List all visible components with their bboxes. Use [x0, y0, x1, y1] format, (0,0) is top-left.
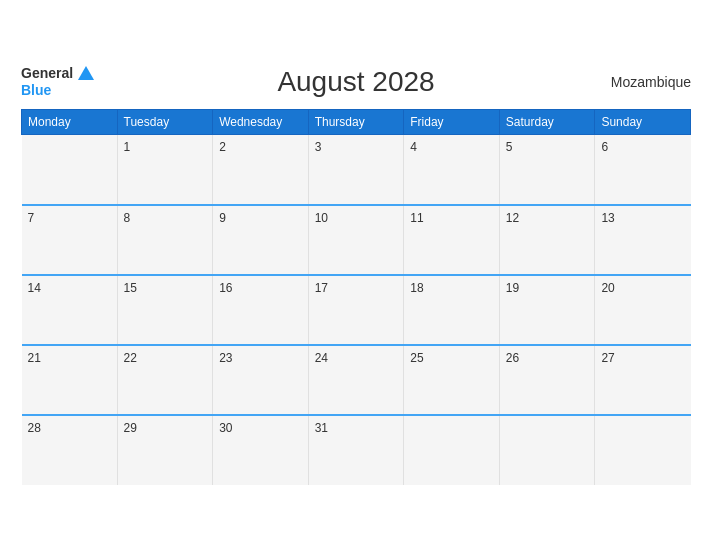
- calendar-cell: [22, 135, 118, 205]
- calendar-cell: 31: [308, 415, 404, 485]
- calendar-cell: 25: [404, 345, 500, 415]
- calendar-cell: 4: [404, 135, 500, 205]
- calendar-cell: 22: [117, 345, 213, 415]
- calendar-cell: 5: [499, 135, 595, 205]
- day-header-saturday: Saturday: [499, 110, 595, 135]
- calendar-cell: 7: [22, 205, 118, 275]
- calendar-cell: 18: [404, 275, 500, 345]
- calendar-cell: 11: [404, 205, 500, 275]
- calendar-cell: 27: [595, 345, 691, 415]
- week-row-2: 14151617181920: [22, 275, 691, 345]
- calendar-cell: 21: [22, 345, 118, 415]
- calendar-cell: 13: [595, 205, 691, 275]
- day-header-monday: Monday: [22, 110, 118, 135]
- logo-blue: Blue: [21, 82, 51, 99]
- calendar-cell: 1: [117, 135, 213, 205]
- calendar-cell: 30: [213, 415, 309, 485]
- calendar-cell: 15: [117, 275, 213, 345]
- calendar-tbody: 1234567891011121314151617181920212223242…: [22, 135, 691, 485]
- calendar-cell: 2: [213, 135, 309, 205]
- calendar-cell: 26: [499, 345, 595, 415]
- calendar-cell: 28: [22, 415, 118, 485]
- calendar-cell: [404, 415, 500, 485]
- day-header-friday: Friday: [404, 110, 500, 135]
- calendar-cell: 23: [213, 345, 309, 415]
- country-label: Mozambique: [611, 74, 691, 90]
- day-header-row: MondayTuesdayWednesdayThursdayFridaySatu…: [22, 110, 691, 135]
- week-row-1: 78910111213: [22, 205, 691, 275]
- calendar-title: August 2028: [277, 66, 434, 98]
- calendar-cell: 9: [213, 205, 309, 275]
- day-header-thursday: Thursday: [308, 110, 404, 135]
- logo: General Blue: [21, 65, 94, 99]
- calendar-cell: 8: [117, 205, 213, 275]
- calendar-cell: 24: [308, 345, 404, 415]
- week-row-0: 123456: [22, 135, 691, 205]
- calendar-cell: 10: [308, 205, 404, 275]
- calendar-cell: 29: [117, 415, 213, 485]
- calendar-cell: [595, 415, 691, 485]
- calendar-header: General Blue August 2028 Mozambique: [21, 65, 691, 99]
- calendar-cell: 3: [308, 135, 404, 205]
- week-row-4: 28293031: [22, 415, 691, 485]
- calendar-container: General Blue August 2028 Mozambique Mond…: [11, 55, 701, 494]
- calendar-cell: 14: [22, 275, 118, 345]
- day-header-tuesday: Tuesday: [117, 110, 213, 135]
- calendar-cell: 16: [213, 275, 309, 345]
- calendar-cell: [499, 415, 595, 485]
- day-header-wednesday: Wednesday: [213, 110, 309, 135]
- logo-general: General: [21, 65, 73, 82]
- week-row-3: 21222324252627: [22, 345, 691, 415]
- calendar-cell: 17: [308, 275, 404, 345]
- calendar-cell: 6: [595, 135, 691, 205]
- calendar-thead: MondayTuesdayWednesdayThursdayFridaySatu…: [22, 110, 691, 135]
- calendar-table: MondayTuesdayWednesdayThursdayFridaySatu…: [21, 109, 691, 485]
- calendar-cell: 19: [499, 275, 595, 345]
- logo-triangle-icon: [78, 66, 94, 80]
- day-header-sunday: Sunday: [595, 110, 691, 135]
- calendar-cell: 20: [595, 275, 691, 345]
- calendar-cell: 12: [499, 205, 595, 275]
